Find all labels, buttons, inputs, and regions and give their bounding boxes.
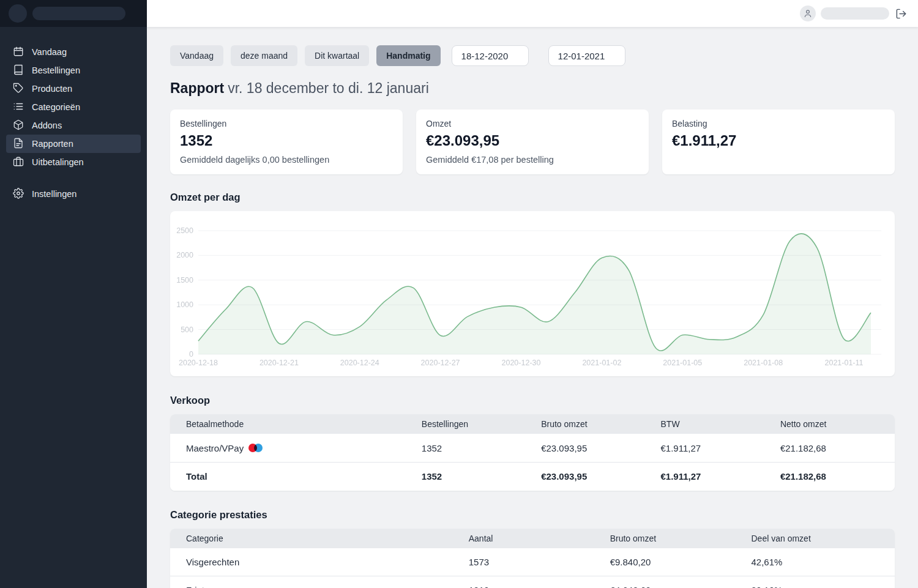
briefcase-icon bbox=[13, 156, 24, 169]
main-content: Vandaag deze maand Dit kwartaal Handmati… bbox=[147, 0, 918, 588]
stat-label: Omzet bbox=[426, 119, 639, 128]
list-icon bbox=[13, 101, 24, 114]
revenue-per-day-chart: 050010001500200025002020-12-182020-12-21… bbox=[170, 211, 895, 376]
svg-text:1000: 1000 bbox=[176, 300, 193, 309]
filter-deze-maand-button[interactable]: deze maand bbox=[231, 45, 297, 66]
category-performance-table: Categorie Aantal Bruto omzet Deel van om… bbox=[170, 529, 895, 588]
filter-dit-kwartaal-button[interactable]: Dit kwartaal bbox=[305, 45, 369, 66]
tag-icon bbox=[13, 83, 24, 95]
stat-subtitle: Gemiddeld dagelijks 0,00 bestellingen bbox=[180, 155, 393, 165]
sidebar-item-categorieen[interactable]: Categorieën bbox=[6, 98, 141, 116]
cell-count: 1573 bbox=[453, 548, 594, 576]
svg-text:2000: 2000 bbox=[176, 251, 193, 259]
sidebar-item-label: Rapporten bbox=[32, 139, 73, 149]
sidebar-item-label: Categorieën bbox=[32, 102, 80, 112]
maestro-icon bbox=[248, 444, 263, 452]
svg-text:0: 0 bbox=[189, 350, 193, 359]
sidebar-item-rapporten[interactable]: Rapporten bbox=[6, 135, 141, 153]
payment-method-label: Maestro/VPay bbox=[186, 443, 244, 453]
user-avatar-button[interactable] bbox=[800, 6, 816, 21]
svg-text:2020-12-30: 2020-12-30 bbox=[502, 359, 541, 367]
cell-vat: €1.911,27 bbox=[645, 434, 764, 463]
cell-share: 42,61% bbox=[736, 548, 895, 576]
sidebar-item-label: Addons bbox=[32, 121, 62, 130]
stat-label: Belasting bbox=[672, 119, 885, 128]
table-row-total: Total 1352 €23.093,95 €1.911,27 €21.182,… bbox=[170, 463, 895, 491]
page-title: Rapportvr. 18 december to di. 12 januari bbox=[170, 80, 895, 97]
date-to-input[interactable]: 12-01-2021 bbox=[548, 45, 625, 66]
stat-card-belasting: Belasting €1.911,27 bbox=[662, 110, 895, 174]
col-deel-van-omzet: Deel van omzet bbox=[736, 529, 895, 548]
user-name-placeholder bbox=[821, 7, 889, 20]
svg-text:2021-01-08: 2021-01-08 bbox=[744, 359, 783, 367]
book-icon bbox=[13, 64, 24, 77]
sidebar-nav: Vandaag Bestellingen Producten Categorie… bbox=[0, 27, 147, 203]
cell-orders: 1352 bbox=[406, 434, 525, 463]
verkoop-section-title: Verkoop bbox=[170, 395, 895, 406]
stat-value: 1352 bbox=[180, 132, 393, 149]
sidebar-item-vandaag[interactable]: Vandaag bbox=[6, 43, 141, 61]
total-net: €21.182,68 bbox=[764, 463, 895, 491]
svg-text:2020-12-24: 2020-12-24 bbox=[340, 359, 379, 367]
col-bestellingen: Bestellingen bbox=[406, 414, 525, 434]
sidebar-item-label: Bestellingen bbox=[32, 65, 80, 75]
topbar bbox=[147, 0, 918, 27]
svg-text:2020-12-18: 2020-12-18 bbox=[179, 359, 218, 367]
sidebar-header bbox=[0, 0, 147, 27]
stat-label: Bestellingen bbox=[180, 119, 393, 128]
cell-gross: €9.840,20 bbox=[594, 548, 736, 576]
svg-text:1500: 1500 bbox=[176, 276, 193, 285]
categories-section-title: Categorie prestaties bbox=[170, 509, 895, 521]
col-betaalmethode: Betaalmethode bbox=[170, 414, 406, 434]
cell-share: 20,10% bbox=[736, 576, 895, 588]
table-header-row: Categorie Aantal Bruto omzet Deel van om… bbox=[170, 529, 895, 548]
sidebar-item-instellingen[interactable]: Instellingen bbox=[6, 185, 141, 203]
sidebar-item-bestellingen[interactable]: Bestellingen bbox=[6, 61, 141, 80]
stat-card-bestellingen: Bestellingen 1352 Gemiddeld dagelijks 0,… bbox=[170, 110, 403, 174]
logout-icon bbox=[895, 8, 907, 20]
col-bruto-omzet: Bruto omzet bbox=[594, 529, 736, 548]
table-row-maestro: Maestro/VPay 1352 €23.093,95 €1.911,27 €… bbox=[170, 434, 895, 463]
total-gross: €23.093,95 bbox=[525, 463, 644, 491]
box-icon bbox=[13, 119, 24, 132]
date-filter-bar: Vandaag deze maand Dit kwartaal Handmati… bbox=[170, 45, 895, 66]
chart-section-title: Omzet per dag bbox=[170, 192, 895, 203]
sidebar: Vandaag Bestellingen Producten Categorie… bbox=[0, 0, 147, 588]
cell-net: €21.182,68 bbox=[764, 434, 895, 463]
person-icon bbox=[803, 9, 813, 18]
sidebar-item-label: Uitbetalingen bbox=[32, 157, 84, 167]
svg-text:2020-12-27: 2020-12-27 bbox=[421, 359, 460, 367]
filter-vandaag-button[interactable]: Vandaag bbox=[170, 45, 223, 66]
stat-cards: Bestellingen 1352 Gemiddeld dagelijks 0,… bbox=[170, 110, 895, 174]
sidebar-item-label: Vandaag bbox=[32, 47, 67, 57]
date-from-input[interactable]: 18-12-2020 bbox=[452, 45, 529, 66]
calendar-icon bbox=[13, 46, 24, 59]
svg-text:2021-01-02: 2021-01-02 bbox=[582, 359, 621, 367]
col-btw: BTW bbox=[645, 414, 764, 434]
svg-text:2021-01-11: 2021-01-11 bbox=[824, 359, 863, 367]
sidebar-item-uitbetalingen[interactable]: Uitbetalingen bbox=[6, 153, 141, 171]
sidebar-item-label: Instellingen bbox=[32, 189, 76, 199]
table-row-friet: Friet 1210 €4.642,60 20,10% bbox=[170, 576, 895, 588]
cell-gross: €23.093,95 bbox=[525, 434, 644, 463]
total-label: Total bbox=[170, 463, 406, 491]
table-header-row: Betaalmethode Bestellingen Bruto omzet B… bbox=[170, 414, 895, 434]
sidebar-item-producten[interactable]: Producten bbox=[6, 80, 141, 98]
report-title-label: Rapport bbox=[170, 80, 224, 96]
svg-text:2020-12-21: 2020-12-21 bbox=[259, 359, 299, 367]
report-date-range: vr. 18 december to di. 12 januari bbox=[228, 80, 429, 96]
filter-handmatig-button[interactable]: Handmatig bbox=[376, 45, 440, 66]
col-netto-omzet: Netto omzet bbox=[764, 414, 895, 434]
svg-text:500: 500 bbox=[181, 326, 193, 334]
verkoop-table: Betaalmethode Bestellingen Bruto omzet B… bbox=[170, 414, 895, 491]
nav-spacer bbox=[6, 171, 141, 185]
stat-subtitle bbox=[672, 155, 885, 165]
cell-category: Friet bbox=[170, 576, 453, 588]
sidebar-item-addons[interactable]: Addons bbox=[6, 116, 141, 135]
total-orders: 1352 bbox=[406, 463, 525, 491]
logout-button[interactable] bbox=[894, 7, 908, 21]
cell-count: 1210 bbox=[453, 576, 594, 588]
stat-value: €1.911,27 bbox=[672, 132, 885, 149]
table-row-visgerechten: Visgerechten 1573 €9.840,20 42,61% bbox=[170, 548, 895, 576]
revenue-chart-card: 050010001500200025002020-12-182020-12-21… bbox=[170, 211, 895, 376]
